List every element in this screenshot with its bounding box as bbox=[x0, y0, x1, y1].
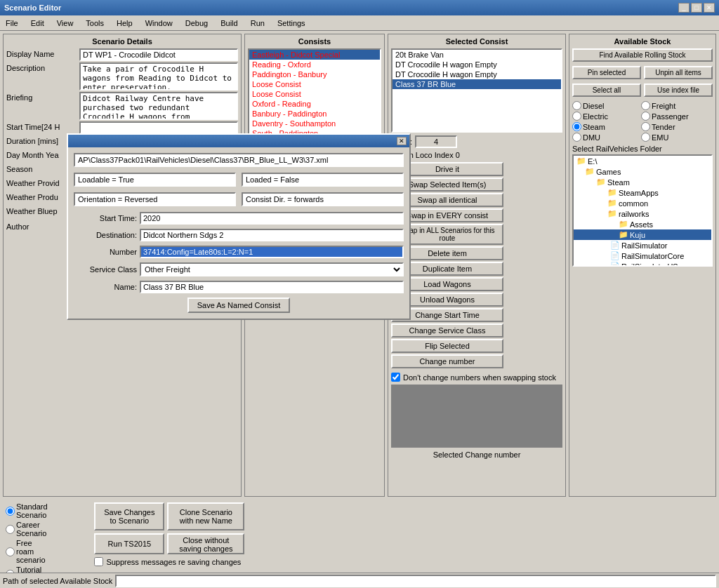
consist-stock-item-0[interactable]: 20t Brake Van bbox=[393, 50, 561, 60]
passenger-radio[interactable] bbox=[641, 112, 650, 121]
available-stock-panel: Available Stock Find Available Rolling S… bbox=[569, 34, 716, 497]
consist-stock-item-1[interactable]: DT Crocodile H wagon Empty bbox=[393, 60, 561, 69]
tree-item-railsimulator[interactable]: 📄 RailSimulator bbox=[574, 240, 711, 250]
folder-icon: 📁 bbox=[619, 220, 628, 229]
status-path bbox=[115, 575, 716, 587]
consist-item-3[interactable]: Loose Consist bbox=[249, 79, 380, 89]
description-input[interactable]: Take a pair of Crocodile H wagons from R… bbox=[79, 62, 238, 91]
save-as-named-consist-button[interactable]: Save As Named Consist bbox=[187, 298, 291, 313]
flip-selected-button[interactable]: Flip Selected bbox=[391, 339, 503, 353]
dmu-label: DMU bbox=[583, 133, 600, 142]
modal-content: Loadable = True Loaded = False Orientati… bbox=[68, 147, 409, 319]
loadable-flag: Loadable = True bbox=[74, 173, 236, 187]
tender-radio[interactable] bbox=[641, 122, 650, 131]
consist-item-0[interactable]: Eastleigh - Didcot Special bbox=[249, 50, 380, 60]
select-railvehicles-label: Select RailVehicles Folder bbox=[572, 145, 713, 153]
folder-tree[interactable]: 📁 E:\ 📁 Games 📁 Steam 📁 SteamApps 📁 bbox=[572, 154, 713, 267]
pin-selected-button[interactable]: Pin selected bbox=[572, 66, 641, 79]
menu-run[interactable]: Run bbox=[248, 18, 268, 29]
menu-debug[interactable]: Debug bbox=[183, 18, 211, 29]
description-label: Description bbox=[6, 62, 77, 72]
selected-change-number-label: Selected Change number bbox=[433, 450, 521, 459]
electric-radio[interactable] bbox=[572, 112, 581, 121]
menu-view[interactable]: View bbox=[54, 18, 77, 29]
consist-item-1[interactable]: Reading - Oxford bbox=[249, 60, 380, 69]
use-index-file-button[interactable]: Use index file bbox=[644, 83, 713, 97]
folder-icon: 📁 bbox=[596, 178, 606, 187]
status-bar: Path of selected Available Stock bbox=[0, 573, 719, 588]
consists-title: Consists bbox=[248, 37, 381, 46]
menu-settings[interactable]: Settings bbox=[275, 18, 308, 29]
menu-tools[interactable]: Tools bbox=[83, 18, 107, 29]
folder-icon: 📁 bbox=[607, 199, 617, 208]
steam-radio[interactable] bbox=[572, 122, 581, 131]
selected-consist-title: Selected Consist bbox=[391, 37, 562, 46]
title-bar: Scenario Editor _ □ ✕ bbox=[0, 0, 719, 15]
modal-number-input[interactable] bbox=[140, 246, 404, 258]
orientation-flag: Orientation = Reversed bbox=[74, 192, 236, 206]
modal-path-input[interactable] bbox=[74, 153, 404, 167]
select-all-button[interactable]: Select all bbox=[572, 83, 641, 97]
season-label: Season bbox=[6, 163, 77, 173]
tree-item-steam[interactable]: 📁 Steam bbox=[574, 177, 711, 187]
tree-item-railsimulatorcore[interactable]: 📄 RailSimulatorCore bbox=[574, 250, 711, 261]
consist-item-5[interactable]: Oxford - Reading bbox=[249, 99, 380, 109]
available-stock-title: Available Stock bbox=[572, 37, 713, 46]
change-service-class-button[interactable]: Change Service Class bbox=[391, 323, 503, 338]
modal-close-button[interactable]: ✕ bbox=[397, 137, 407, 145]
standard-scenario-radio[interactable] bbox=[6, 507, 15, 516]
close-without-saving-button[interactable]: Close without saving changes bbox=[167, 533, 244, 554]
run-ts2015-button[interactable]: Run TS2015 bbox=[94, 533, 164, 554]
clone-scenario-button[interactable]: Clone Scenario with new Name bbox=[167, 502, 244, 530]
tree-item-common[interactable]: 📁 common bbox=[574, 198, 711, 208]
minimize-button[interactable]: _ bbox=[678, 3, 690, 13]
tree-item-railworks[interactable]: 📁 railworks bbox=[574, 208, 711, 219]
career-scenario-radio[interactable] bbox=[6, 525, 15, 534]
tree-item-games[interactable]: 📁 Games bbox=[574, 166, 711, 177]
consist-stock-item-2[interactable]: DT Crocodile H wagon Empty bbox=[393, 69, 561, 79]
weatherbluep-label: Weather Bluep bbox=[6, 206, 77, 215]
diesel-radio[interactable] bbox=[572, 101, 581, 110]
freight-radio[interactable] bbox=[641, 101, 650, 110]
folder-icon: 📁 bbox=[607, 209, 617, 218]
selected-consist-listbox[interactable]: 20t Brake Van DT Crocodile H wagon Empty… bbox=[391, 48, 562, 133]
free-roam-radio[interactable] bbox=[6, 547, 15, 556]
tree-item-railsimulatoruS[interactable]: 📄 RailSimulatorUS bbox=[574, 261, 711, 267]
modal-service-class-select[interactable]: Other Freight bbox=[140, 262, 404, 276]
tree-item-assets[interactable]: 📁 Assets bbox=[574, 219, 711, 229]
starttime-input[interactable] bbox=[79, 121, 238, 134]
modal-title-bar[interactable]: ✕ bbox=[68, 135, 409, 147]
dmu-radio[interactable] bbox=[572, 133, 581, 142]
tree-item-steamapps[interactable]: 📁 SteamApps bbox=[574, 187, 711, 198]
menu-file[interactable]: File bbox=[3, 18, 21, 29]
consist-stock-item-3[interactable]: Class 37 BR Blue bbox=[393, 79, 561, 89]
tree-item-e[interactable]: 📁 E:\ bbox=[574, 156, 711, 166]
tender-label: Tender bbox=[652, 123, 675, 131]
modal-start-time-input[interactable] bbox=[140, 212, 404, 225]
consist-item-4[interactable]: Loose Consist bbox=[249, 89, 380, 99]
status-label: Path of selected Available Stock bbox=[3, 577, 112, 585]
modal-name-input[interactable] bbox=[140, 281, 404, 293]
briefing-label: Briefing bbox=[6, 92, 77, 102]
unpin-all-button[interactable]: Unpin all items bbox=[644, 66, 713, 79]
change-number-button[interactable]: Change number bbox=[391, 354, 503, 368]
menu-edit[interactable]: Edit bbox=[28, 18, 47, 29]
find-available-rolling-stock-btn[interactable]: Find Available Rolling Stock bbox=[572, 48, 713, 62]
dont-change-numbers-checkbox[interactable] bbox=[391, 373, 400, 382]
consist-item-2[interactable]: Paddington - Banbury bbox=[249, 69, 380, 79]
menu-help[interactable]: Help bbox=[114, 18, 136, 29]
maximize-button[interactable]: □ bbox=[691, 3, 702, 13]
save-changes-button[interactable]: Save Changes to Scenario bbox=[94, 502, 164, 530]
consist-item-6[interactable]: Banbury - Paddington bbox=[249, 109, 380, 119]
consist-item-7[interactable]: Daventry - Southampton bbox=[249, 119, 380, 128]
display-name-input[interactable] bbox=[79, 48, 238, 61]
suppress-messages-checkbox[interactable] bbox=[94, 557, 103, 566]
tree-item-kuju[interactable]: 📁 Kuju bbox=[574, 229, 711, 240]
modal-destination-input[interactable] bbox=[140, 229, 404, 241]
briefing-input[interactable]: Didcot Railway Centre have purchased two… bbox=[79, 92, 238, 120]
folder-icon: 📁 bbox=[619, 230, 628, 239]
close-button[interactable]: ✕ bbox=[704, 3, 715, 13]
menu-build[interactable]: Build bbox=[218, 18, 240, 29]
emu-radio[interactable] bbox=[641, 133, 650, 142]
menu-window[interactable]: Window bbox=[143, 18, 176, 29]
